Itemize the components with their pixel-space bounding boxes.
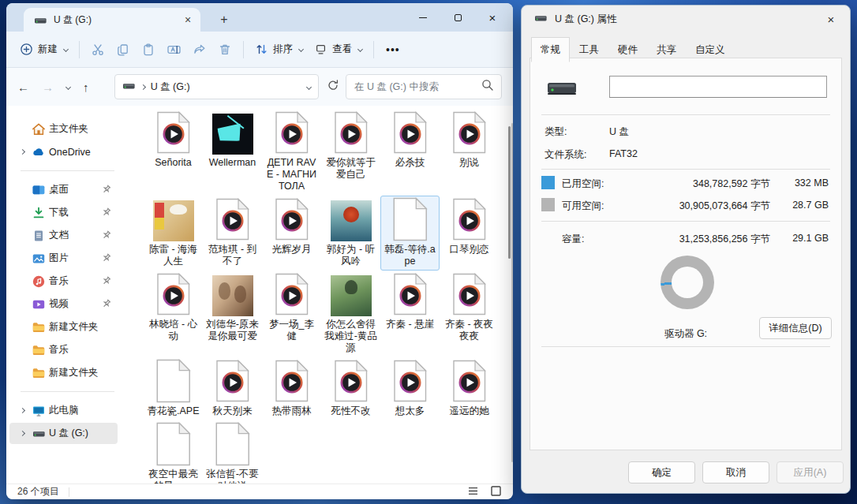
ok-button[interactable]: 确定 [628, 461, 695, 483]
chevron-right-icon[interactable] [16, 150, 28, 154]
chevron-right-icon[interactable] [16, 409, 28, 413]
minimize-button[interactable] [406, 5, 440, 30]
search-input[interactable] [354, 81, 477, 92]
chevron-right-icon[interactable] [16, 431, 28, 435]
breadcrumb-separator-icon [140, 84, 146, 89]
sidebar-item-new-folder-1[interactable]: 新建文件夹 [9, 316, 118, 338]
sidebar-item-documents[interactable]: 文档 [9, 225, 118, 246]
history-dropdown-icon[interactable] [65, 84, 71, 89]
file-item[interactable]: 齐秦 - 悬崖 [380, 271, 440, 357]
file-area-scrollbar[interactable] [508, 126, 511, 259]
refresh-icon[interactable] [327, 79, 339, 95]
dialog-tab-共享[interactable]: 共享 [647, 39, 686, 62]
music-file-icon [452, 112, 487, 155]
file-item[interactable]: 光辉岁月 [262, 196, 321, 271]
volume-name-input[interactable] [609, 76, 827, 98]
file-item[interactable]: 韩磊-等待.ape [380, 196, 440, 271]
explorer-tab[interactable]: U 盘 (G:) × [24, 8, 200, 32]
sidebar-item-music-folder[interactable]: 音乐 [9, 339, 118, 360]
file-item[interactable]: 口琴别恋 [440, 196, 499, 271]
apply-button[interactable]: 应用(A) [777, 461, 844, 483]
sidebar-item-label: 此电脑 [49, 404, 79, 417]
file-area: SeñoritaWellermanДЕТИ RAVE - МАГНИТОЛА爱你… [122, 106, 513, 483]
file-item[interactable]: Wellerman [203, 109, 262, 196]
dialog-tab-工具[interactable]: 工具 [570, 39, 608, 62]
dialog-tab-硬件[interactable]: 硬件 [608, 39, 647, 62]
album-art-guohaowei [331, 199, 372, 241]
details-button[interactable]: 详细信息(D) [759, 317, 832, 339]
close-button[interactable]: × [475, 5, 510, 30]
sidebar-item-desktop[interactable]: 桌面 [9, 179, 118, 200]
file-item[interactable]: 死性不改 [321, 357, 380, 420]
pin-icon [101, 230, 112, 243]
file-item[interactable]: 齐秦 - 夜夜夜夜 [440, 271, 499, 357]
more-options-button[interactable]: ••• [380, 43, 406, 56]
up-button[interactable]: ↑ [83, 80, 89, 94]
file-item[interactable]: 想太多 [380, 357, 440, 420]
file-item[interactable]: 秋天别来 [203, 357, 262, 420]
thumbnail-view-icon[interactable] [490, 485, 502, 499]
sidebar-item-pictures[interactable]: 图片 [9, 248, 118, 269]
file-item[interactable]: 梦一场_李健 [262, 271, 321, 357]
sidebar-item-home[interactable]: 主文件夹 [9, 118, 118, 140]
file-item[interactable]: 夜空中最亮的星.ape [144, 420, 203, 483]
file-item[interactable]: 热带雨林 [262, 357, 321, 420]
sidebar-item-new-folder-2[interactable]: 新建文件夹 [9, 362, 118, 383]
file-item[interactable]: 张信哲-不要对他说 [203, 420, 262, 483]
file-name: 必杀技 [384, 157, 437, 169]
file-item[interactable]: 遥远的她 [440, 357, 499, 420]
view-button[interactable]: 查看 [309, 38, 368, 61]
cut-button[interactable] [85, 38, 110, 62]
file-name: 热带雨林 [265, 405, 319, 417]
file-item[interactable]: 必杀技 [380, 109, 440, 196]
copy-icon [116, 43, 130, 57]
dialog-close-button[interactable]: × [818, 8, 844, 30]
file-item[interactable]: 范玮琪 - 到不了 [203, 196, 262, 271]
file-item[interactable]: 青花瓷.APE [144, 357, 203, 420]
file-item[interactable]: ДЕТИ RAVE - МАГНИТОЛА [262, 109, 321, 196]
new-tab-button[interactable]: + [216, 12, 232, 28]
search-box [346, 74, 502, 99]
sort-button[interactable]: 排序 [249, 38, 309, 61]
sidebar-item-usb-drive[interactable]: U 盘 (G:) [9, 423, 118, 444]
file-item[interactable]: 郭好为 - 听风吟 [321, 196, 380, 271]
file-item[interactable]: 爱你就等于爱自己 [321, 109, 380, 196]
desktop-icon [32, 183, 46, 197]
type-label: 类型: [545, 125, 567, 139]
maximize-button[interactable] [440, 5, 475, 30]
paste-button[interactable] [136, 38, 161, 62]
sidebar-item-videos[interactable]: 视频 [9, 293, 118, 315]
sidebar-item-downloads[interactable]: 下载 [9, 202, 118, 223]
sidebar-item-onedrive[interactable]: OneDrive [9, 141, 118, 162]
sidebar-item-this-pc[interactable]: 此电脑 [9, 400, 118, 421]
rename-button[interactable] [161, 38, 187, 62]
sidebar-item-label: 图片 [49, 252, 69, 265]
copy-button[interactable] [110, 38, 136, 62]
address-dropdown-icon[interactable] [306, 84, 312, 89]
breadcrumb[interactable]: U 盘 (G:) [114, 74, 319, 99]
list-view-icon[interactable] [467, 485, 479, 499]
file-item[interactable]: Señorita [144, 109, 203, 196]
sidebar-item-music[interactable]: 音乐 [9, 271, 118, 292]
command-bar: 新建 排序 查看 ••• [6, 32, 513, 68]
file-item[interactable]: 你怎么舍得我难过-黄品源 [321, 271, 380, 357]
sidebar-item-label: 视频 [49, 297, 69, 311]
music-file-icon [393, 360, 428, 403]
share-button[interactable] [187, 38, 212, 62]
file-item[interactable]: 林晓培 - 心动 [144, 271, 203, 357]
dialog-tab-常规[interactable]: 常规 [531, 37, 570, 62]
tab-close-icon[interactable]: × [180, 12, 196, 28]
file-name: 光辉岁月 [265, 244, 319, 256]
music-file-icon [393, 274, 428, 316]
file-item[interactable]: 刘德华-原来是你最可爱 [203, 271, 262, 357]
delete-button[interactable] [212, 38, 238, 62]
cancel-button[interactable]: 取消 [702, 461, 769, 483]
sidebar: 主文件夹OneDrive桌面下载文档图片音乐视频新建文件夹音乐新建文件夹此电脑U… [6, 106, 122, 483]
dialog-tab-自定义[interactable]: 自定义 [686, 39, 735, 62]
file-item[interactable]: 别说 [440, 109, 499, 196]
back-button[interactable]: ← [17, 80, 29, 94]
new-button[interactable]: 新建 [14, 38, 73, 61]
breadcrumb-location[interactable]: U 盘 (G:) [151, 80, 190, 94]
file-item[interactable]: 陈雷 - 海海人生 [144, 196, 203, 271]
forward-button[interactable]: → [42, 80, 54, 94]
